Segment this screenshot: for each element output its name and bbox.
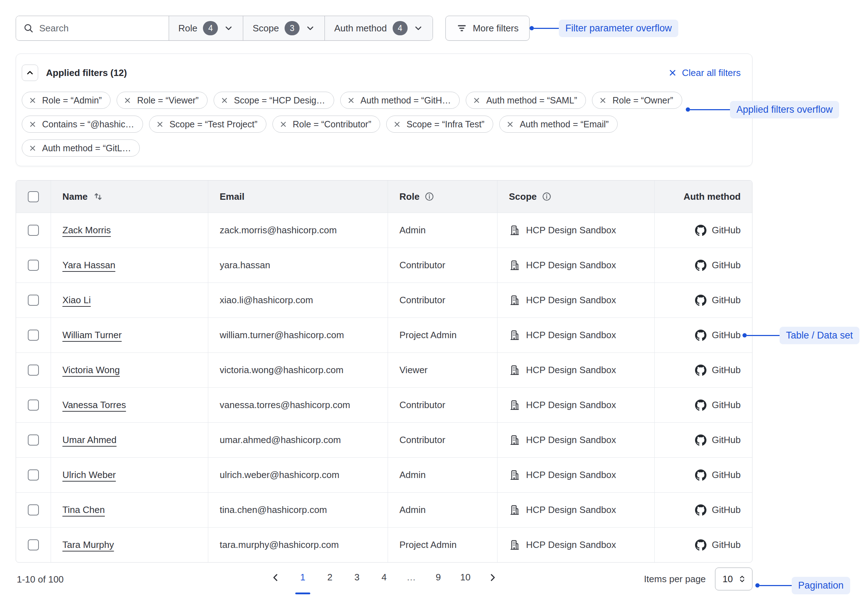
role-cell: Admin xyxy=(388,458,498,492)
remove-filter-icon[interactable] xyxy=(220,96,229,104)
filter-chip[interactable]: Contains = “@hashic… xyxy=(22,116,143,133)
row-checkbox[interactable] xyxy=(28,539,39,551)
scope-filter-dropdown[interactable]: Scope 3 xyxy=(243,16,324,40)
org-building-icon xyxy=(509,539,520,551)
page-button-10[interactable]: 10 xyxy=(460,572,471,583)
more-filters-label: More filters xyxy=(473,23,519,34)
applied-filters-header: Applied filters (12) Clear all filters xyxy=(22,65,741,81)
remove-filter-icon[interactable] xyxy=(28,120,37,129)
annotation-dot xyxy=(742,333,747,337)
user-name-link[interactable]: Tina Chen xyxy=(62,504,105,515)
email-cell: ulrich.weber@hashicorp.com xyxy=(208,458,388,492)
row-checkbox[interactable] xyxy=(28,400,39,411)
clear-all-filters-link[interactable]: Clear all filters xyxy=(668,67,741,79)
row-checkbox[interactable] xyxy=(28,330,39,341)
role-filter-dropdown[interactable]: Role 4 xyxy=(169,16,243,40)
remove-filter-icon[interactable] xyxy=(156,120,164,129)
filter-chip[interactable]: Auth method = “Email” xyxy=(499,116,617,133)
user-name-link[interactable]: Xiao Li xyxy=(62,295,91,306)
role-cell: Admin xyxy=(388,493,498,527)
items-per-page-select[interactable]: 10 xyxy=(715,568,752,590)
scope-cell: HCP Design Sandbox xyxy=(526,225,616,236)
info-icon[interactable] xyxy=(542,192,552,202)
auth-method-cell: GitHub xyxy=(712,225,741,236)
collapse-panel-button[interactable] xyxy=(22,65,38,81)
org-building-icon xyxy=(509,225,520,236)
user-name-link[interactable]: Tara Murphy xyxy=(62,539,114,551)
sort-icon[interactable] xyxy=(93,191,104,202)
row-checkbox[interactable] xyxy=(28,365,39,375)
scope-cell: HCP Design Sandbox xyxy=(526,400,616,411)
search-input[interactable]: Search xyxy=(16,16,169,40)
filter-chip-label: Role = “Admin” xyxy=(42,95,102,105)
row-checkbox[interactable] xyxy=(28,434,39,445)
remove-filter-icon[interactable] xyxy=(599,96,607,104)
user-name-link[interactable]: Vanessa Torres xyxy=(62,400,126,411)
page-button-3[interactable]: 3 xyxy=(352,572,362,583)
filter-chip[interactable]: Auth method = “GitH… xyxy=(340,92,460,109)
row-checkbox[interactable] xyxy=(28,260,39,271)
page-button-1[interactable]: 1 xyxy=(298,572,308,583)
role-cell: Contributor xyxy=(388,283,498,318)
users-table: Name Email Role Scope Auth method Zack M… xyxy=(16,180,752,563)
table-row: Yara Hassan yara.hassan Contributor HCP … xyxy=(16,248,752,282)
page-button-4[interactable]: 4 xyxy=(379,572,389,583)
row-checkbox[interactable] xyxy=(28,470,39,481)
user-name-link[interactable]: Yara Hassan xyxy=(62,260,115,271)
filter-chip[interactable]: Scope = “HCP Desig… xyxy=(214,92,334,109)
github-icon xyxy=(695,365,707,376)
column-header-name[interactable]: Name xyxy=(51,180,208,213)
remove-filter-icon[interactable] xyxy=(28,96,37,104)
user-name-link[interactable]: Zack Morris xyxy=(62,225,111,236)
org-building-icon xyxy=(509,330,520,341)
auth-method-filter-dropdown[interactable]: Auth method 4 xyxy=(324,16,432,40)
auth-method-cell: GitHub xyxy=(712,295,741,306)
stepper-icon xyxy=(737,574,747,584)
filter-chip[interactable]: Scope = “Infra Test” xyxy=(386,116,493,133)
filter-chip-label: Auth method = “SAML” xyxy=(486,95,577,105)
select-all-checkbox[interactable] xyxy=(28,191,39,202)
page-button-2[interactable]: 2 xyxy=(324,572,335,583)
remove-filter-icon[interactable] xyxy=(28,144,37,152)
more-filters-button[interactable]: More filters xyxy=(445,16,530,41)
filter-chip[interactable]: Role = “Admin” xyxy=(22,92,110,109)
row-checkbox[interactable] xyxy=(28,504,39,515)
filter-chip[interactable]: Role = “Viewer” xyxy=(116,92,208,109)
annotation-label: Applied filters overflow xyxy=(730,101,839,118)
info-icon[interactable] xyxy=(425,192,434,202)
remove-filter-icon[interactable] xyxy=(506,120,514,129)
auth-method-cell: GitHub xyxy=(712,470,741,481)
column-header-email: Email xyxy=(208,180,388,213)
filter-chip[interactable]: Scope = “Test Project” xyxy=(149,116,267,133)
row-checkbox[interactable] xyxy=(28,225,39,236)
filter-chip[interactable]: Auth method = “GitL… xyxy=(22,140,140,157)
search-icon xyxy=(23,23,34,34)
annotation-line xyxy=(760,585,792,586)
items-per-page: Items per page 10 xyxy=(644,568,752,590)
table-row: William Turner william.turner@hashicorp.… xyxy=(16,318,752,352)
filter-chip-label: Auth method = “GitL… xyxy=(42,143,131,154)
remove-filter-icon[interactable] xyxy=(279,120,287,129)
pagination-pages: 1 2 3 4 … 9 10 xyxy=(270,572,498,583)
email-cell: yara.hassan xyxy=(208,248,388,282)
filter-chip[interactable]: Auth method = “SAML” xyxy=(466,92,586,109)
user-name-link[interactable]: Victoria Wong xyxy=(62,365,120,375)
next-page-button[interactable] xyxy=(487,572,498,583)
remove-filter-icon[interactable] xyxy=(123,96,132,104)
table-row: Ulrich Weber ulrich.weber@hashicorp.com … xyxy=(16,457,752,492)
remove-filter-icon[interactable] xyxy=(393,120,401,129)
filter-chip-label: Role = “Viewer” xyxy=(137,95,198,105)
user-name-link[interactable]: William Turner xyxy=(62,330,122,341)
auth-method-cell: GitHub xyxy=(712,539,741,551)
row-checkbox[interactable] xyxy=(28,295,39,306)
previous-page-button[interactable] xyxy=(270,572,281,583)
remove-filter-icon[interactable] xyxy=(347,96,355,104)
auth-method-filter-count-badge: 4 xyxy=(393,21,408,35)
annotation-applied-filters-overflow: Applied filters overflow xyxy=(686,100,839,119)
user-name-link[interactable]: Umar Ahmed xyxy=(62,434,116,445)
remove-filter-icon[interactable] xyxy=(473,96,481,104)
user-name-link[interactable]: Ulrich Weber xyxy=(62,470,116,481)
filter-chip[interactable]: Role = “Contributor” xyxy=(273,116,380,133)
page-button-9[interactable]: 9 xyxy=(433,572,443,583)
filter-chip[interactable]: Role = “Owner” xyxy=(592,92,682,109)
